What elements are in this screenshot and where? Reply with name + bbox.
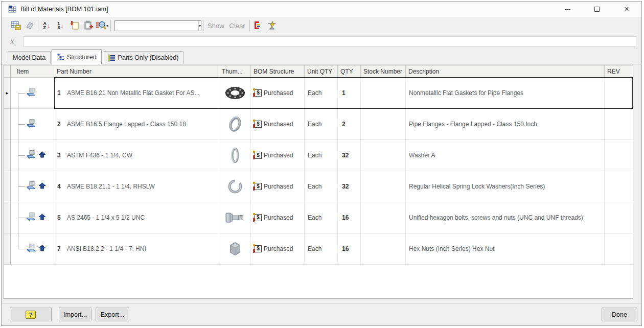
cell-thumbnail[interactable] bbox=[219, 171, 251, 202]
export-button[interactable]: Export... bbox=[96, 308, 129, 321]
row-selector-cell[interactable]: ► bbox=[4, 171, 11, 202]
cell-rev[interactable] bbox=[605, 140, 633, 171]
row-selector-header[interactable] bbox=[4, 65, 11, 77]
column-header-bom-structure[interactable]: BOM Structure bbox=[251, 65, 305, 77]
cell-thumbnail[interactable] bbox=[219, 140, 251, 171]
cell-rev[interactable] bbox=[605, 233, 633, 265]
cell-unit-qty[interactable]: Each bbox=[305, 171, 338, 202]
cell-rev[interactable] bbox=[605, 78, 633, 109]
import-button[interactable]: Import... bbox=[59, 308, 91, 321]
cell-qty[interactable]: 16 bbox=[338, 202, 361, 233]
clear-button[interactable]: Clear bbox=[229, 22, 245, 30]
renumber-button[interactable] bbox=[81, 19, 95, 32]
update-mass-properties-button[interactable] bbox=[265, 19, 279, 32]
add-item-button[interactable] bbox=[67, 19, 81, 32]
cell-rev[interactable] bbox=[605, 109, 633, 140]
row-merge-button[interactable] bbox=[251, 19, 265, 32]
cell-unit-qty[interactable]: Each bbox=[305, 78, 338, 109]
cell-part-number[interactable]: 2 ASME B16.5 Flange Lapped - Class 150 1… bbox=[54, 109, 219, 140]
tab-structured[interactable]: Structured bbox=[52, 49, 102, 64]
row-selector-cell[interactable]: ► bbox=[4, 202, 11, 233]
view-options-button[interactable]: ▾ bbox=[95, 19, 109, 32]
cell-description[interactable]: Washer A bbox=[406, 140, 605, 171]
cell-bom-structure[interactable]: $ Purchased bbox=[251, 171, 305, 202]
column-header-item[interactable]: Item bbox=[11, 65, 54, 77]
tab-parts-only[interactable]: Parts Only (Disabled) bbox=[103, 51, 184, 64]
cell-unit-qty[interactable]: Each bbox=[305, 140, 338, 171]
table-row[interactable]: ► 3 ASTM F436 - 1 1/4, CW bbox=[4, 140, 633, 171]
cell-description[interactable]: Nonmetallic Flat Gaskets for Pipe Flange… bbox=[406, 78, 605, 109]
column-header-qty[interactable]: QTY bbox=[338, 65, 361, 77]
maximize-button[interactable] bbox=[582, 2, 612, 17]
titlebar[interactable]: Bill of Materials [BOM 101.iam] × bbox=[2, 2, 641, 17]
row-selector-cell[interactable]: ► bbox=[4, 140, 11, 171]
table-row[interactable]: ► 2 ASME B16.5 Flange Lapped - Class 150… bbox=[4, 109, 633, 140]
cell-part-number[interactable]: 5 AS 2465 - 1 1/4 x 5 1/2 UNC bbox=[54, 202, 219, 233]
cell-thumbnail[interactable] bbox=[219, 233, 251, 265]
cell-unit-qty[interactable]: Each bbox=[305, 109, 338, 140]
cell-qty[interactable]: 16 bbox=[338, 233, 361, 265]
cell-part-number[interactable]: 4 ASME B18.21.1 - 1 1/4, RHSLW bbox=[54, 171, 219, 202]
cell-bom-structure[interactable]: $ Purchased bbox=[251, 109, 305, 140]
column-header-rev[interactable]: REV bbox=[605, 65, 633, 77]
table-row[interactable]: ► 7 ANSI B18.2.2 - 1 1/4 - 7, HNI bbox=[4, 233, 633, 265]
cell-description[interactable]: Hex Nuts (Inch Series) Hex Nut bbox=[406, 233, 605, 265]
column-header-stock-number[interactable]: Stock Number bbox=[361, 65, 406, 77]
column-header-unit-qty[interactable]: Unit QTY bbox=[305, 65, 338, 77]
cell-bom-structure[interactable]: $ Purchased bbox=[251, 140, 305, 171]
cell-description[interactable]: Regular Helical Spring Lock Washers(Inch… bbox=[406, 171, 605, 202]
cell-part-number[interactable]: 7 ANSI B18.2.2 - 1 1/4 - 7, HNI bbox=[54, 233, 219, 265]
cell-stock-number[interactable] bbox=[361, 233, 406, 265]
sort-ascending-button[interactable]: AZ ↓ bbox=[40, 19, 54, 32]
cell-item[interactable] bbox=[11, 171, 54, 202]
cell-thumbnail[interactable] bbox=[219, 202, 251, 233]
column-header-description[interactable]: Description bbox=[406, 65, 605, 77]
cell-rev[interactable] bbox=[605, 171, 633, 202]
close-button[interactable]: × bbox=[612, 2, 641, 17]
cell-qty[interactable]: 1 bbox=[338, 78, 361, 109]
cell-description[interactable]: Unified hexagon bolts, screws and nuts (… bbox=[406, 202, 605, 233]
cell-rev[interactable] bbox=[605, 202, 633, 233]
table-row[interactable]: ► 1 ASME B16.21 Non Metallic Flat Gasket… bbox=[4, 78, 633, 109]
cell-item[interactable] bbox=[11, 78, 54, 109]
filter-combobox[interactable]: ▾ bbox=[114, 20, 201, 31]
cell-part-number[interactable]: 1 ASME B16.21 Non Metallic Flat Gasket F… bbox=[54, 78, 219, 109]
help-button[interactable]: ? bbox=[10, 308, 52, 321]
cell-unit-qty[interactable]: Each bbox=[305, 233, 338, 265]
table-row[interactable]: ► 4 ASME B18.21.1 - 1 1/4, RHSLW bbox=[4, 171, 633, 202]
column-header-part-number[interactable]: Part Number bbox=[54, 65, 219, 77]
cell-bom-structure[interactable]: $ Purchased bbox=[251, 233, 305, 265]
row-selector-cell[interactable]: ► bbox=[4, 78, 11, 109]
row-selector-cell[interactable]: ► bbox=[4, 233, 11, 265]
cell-description[interactable]: Pipe Flanges - Flange Lapped - Class 150… bbox=[406, 109, 605, 140]
cell-thumbnail[interactable] bbox=[219, 109, 251, 140]
cell-qty[interactable]: 32 bbox=[338, 140, 361, 171]
cell-qty[interactable]: 2 bbox=[338, 109, 361, 140]
row-selector-cell[interactable]: ► bbox=[4, 109, 11, 140]
cell-unit-qty[interactable]: Each bbox=[305, 202, 338, 233]
cell-part-number[interactable]: 3 ASTM F436 - 1 1/4, CW bbox=[54, 140, 219, 171]
cell-stock-number[interactable] bbox=[361, 109, 406, 140]
table-row[interactable]: ► 5 AS 2465 - 1 1/4 x 5 1/2 UNC bbox=[4, 202, 633, 233]
cell-qty[interactable]: 32 bbox=[338, 171, 361, 202]
cell-stock-number[interactable] bbox=[361, 140, 406, 171]
show-button[interactable]: Show bbox=[208, 22, 224, 30]
cell-bom-structure[interactable]: $ Purchased bbox=[251, 78, 305, 109]
cell-expression-input[interactable] bbox=[23, 36, 636, 46]
cell-stock-number[interactable] bbox=[361, 78, 406, 109]
cell-stock-number[interactable] bbox=[361, 202, 406, 233]
column-header-thumbnail[interactable]: Thum... bbox=[219, 65, 251, 77]
sort-numeric-button[interactable]: 13 ↓ bbox=[54, 19, 67, 32]
cell-stock-number[interactable] bbox=[361, 171, 406, 202]
cell-item[interactable] bbox=[11, 202, 54, 233]
cell-item[interactable] bbox=[11, 109, 54, 140]
filter-combo-input[interactable] bbox=[115, 21, 198, 31]
cell-thumbnail[interactable] bbox=[219, 78, 251, 109]
cell-item[interactable] bbox=[11, 233, 54, 265]
cell-bom-structure[interactable]: $ Purchased bbox=[251, 202, 305, 233]
combo-dropdown-arrow[interactable]: ▾ bbox=[198, 21, 201, 31]
minimize-button[interactable] bbox=[553, 2, 582, 17]
tab-model-data[interactable]: Model Data bbox=[8, 51, 51, 64]
export-bom-button[interactable] bbox=[9, 19, 22, 32]
done-button[interactable]: Done bbox=[602, 308, 637, 321]
